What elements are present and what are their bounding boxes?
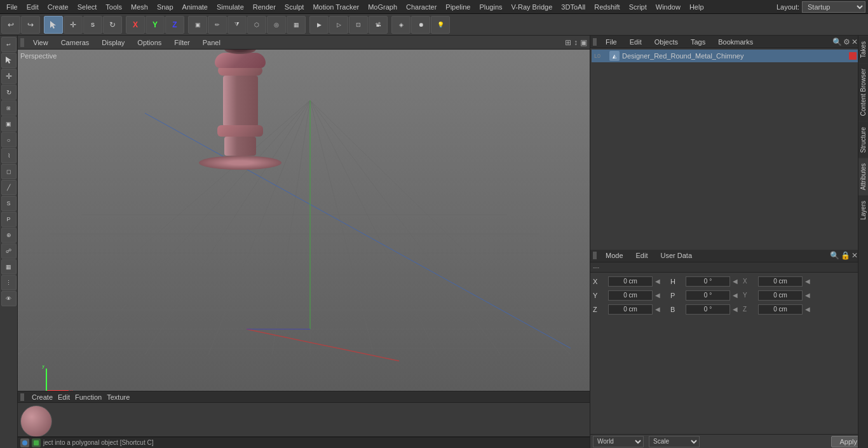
mat-texture-btn[interactable]: Texture <box>107 393 130 401</box>
left-tool-eye[interactable]: 👁 <box>1 291 17 306</box>
vp-icon-2[interactable]: ↕ <box>574 38 578 47</box>
menu-window[interactable]: Window <box>652 2 684 12</box>
undo-button[interactable]: ↩ <box>1 16 20 34</box>
move-tool-button[interactable]: ✛ <box>64 16 83 34</box>
obj-mgr-drag[interactable] <box>593 38 597 46</box>
deformer-button[interactable]: ⧩ <box>227 16 247 34</box>
effector-button[interactable]: ⬡ <box>247 16 266 34</box>
object-create-button[interactable]: ▣ <box>188 16 207 34</box>
anim-button[interactable]: ⏺ <box>411 16 430 34</box>
vp-cameras-menu[interactable]: Cameras <box>57 38 93 47</box>
left-tool-cube[interactable]: ▣ <box>1 116 17 132</box>
render-button[interactable]: ▶ <box>309 16 329 34</box>
left-tool-hook[interactable]: ☍ <box>1 243 17 259</box>
menu-snap[interactable]: Snap <box>153 2 177 12</box>
left-tool-grid[interactable]: ▦ <box>1 259 17 275</box>
attr-x-arrow[interactable]: ◀ <box>655 278 663 285</box>
vp-panel-menu[interactable]: Panel <box>199 38 224 47</box>
obj-search-icon[interactable]: 🔍 <box>832 37 842 46</box>
attr-p-input[interactable] <box>686 290 730 301</box>
attr-edit-btn[interactable]: Edit <box>632 251 652 260</box>
redo-button[interactable]: ↪ <box>21 16 40 34</box>
tab-layers[interactable]: Layers <box>858 195 868 225</box>
left-tool-sphere[interactable]: ○ <box>1 132 17 147</box>
attr-h-input[interactable] <box>686 276 730 287</box>
attr-b-input[interactable] <box>686 304 730 315</box>
menu-sculpt[interactable]: Sculpt <box>281 2 308 12</box>
vp-display-menu[interactable]: Display <box>98 38 128 47</box>
mat-create-btn[interactable]: Create <box>32 393 53 401</box>
display-mode-button[interactable]: ▦ <box>287 16 306 34</box>
vp-view-menu[interactable]: View <box>29 38 52 47</box>
attr-drag[interactable] <box>593 252 597 259</box>
scale-dropdown[interactable]: Scale <box>649 436 700 447</box>
y-axis-button[interactable]: Y <box>146 16 165 34</box>
scale-tool[interactable]: ⊞ <box>1 100 17 116</box>
menu-animate[interactable]: Animate <box>179 2 212 12</box>
mat-edit-btn[interactable]: Edit <box>58 393 70 401</box>
menu-mograph[interactable]: MoGraph <box>364 2 401 12</box>
menu-render[interactable]: Render <box>249 2 280 12</box>
boole-button[interactable]: ◎ <box>267 16 286 34</box>
render-interactive-button[interactable]: ▷ <box>329 16 348 34</box>
vp-icon-1[interactable]: ⊞ <box>565 38 571 47</box>
vp-filter-menu[interactable]: Filter <box>170 38 193 47</box>
obj-tags-btn[interactable]: Tags <box>687 37 709 46</box>
menu-character[interactable]: Character <box>402 2 440 12</box>
obj-file-btn[interactable]: File <box>602 37 621 46</box>
attr-x-input[interactable] <box>608 276 653 287</box>
vp-options-menu[interactable]: Options <box>133 38 165 47</box>
attr-size-y-arrow[interactable]: ◀ <box>805 292 813 299</box>
material-ball-chimney[interactable] <box>20 405 52 437</box>
tab-structure[interactable]: Structure <box>858 121 868 158</box>
attr-close-icon[interactable]: ✕ <box>851 251 858 260</box>
spline-button[interactable]: ✏ <box>208 16 227 34</box>
attr-size-x-input[interactable] <box>758 276 803 287</box>
menu-plugins[interactable]: Plugins <box>475 2 506 12</box>
attr-size-z-arrow[interactable]: ◀ <box>805 306 813 313</box>
mat-function-btn[interactable]: Function <box>75 393 102 401</box>
attr-size-x-arrow[interactable]: ◀ <box>805 278 813 285</box>
obj-settings-icon[interactable]: ⚙ <box>843 37 850 46</box>
selection-tool-button[interactable] <box>44 16 63 34</box>
tab-takes[interactable]: Takes <box>858 36 868 63</box>
attr-z-arrow[interactable]: ◀ <box>655 306 663 313</box>
left-tool-1[interactable]: ↩ <box>1 37 17 52</box>
obj-row-chimney[interactable]: L0 ◭ Designer_Red_Round_Metal_Chimney <box>592 50 867 62</box>
menu-motion-tracker[interactable]: Motion Tracker <box>309 2 363 12</box>
3d-viewport[interactable]: Perspective Grid Spacing : 100 cm x y z <box>18 50 590 417</box>
menu-mesh[interactable]: Mesh <box>127 2 152 12</box>
light-button[interactable]: 💡 <box>431 16 450 34</box>
menu-script[interactable]: Script <box>625 2 651 12</box>
obj-close-icon[interactable]: ✕ <box>851 37 858 46</box>
vp-drag-handle[interactable] <box>20 38 24 47</box>
left-tool-bezier[interactable]: ⌇ <box>1 148 17 163</box>
z-axis-button[interactable]: Z <box>165 16 184 34</box>
attr-z-input[interactable] <box>608 304 653 315</box>
obj-bookmarks-btn[interactable]: Bookmarks <box>714 37 757 46</box>
menu-simulate[interactable]: Simulate <box>213 2 248 12</box>
menu-select[interactable]: Select <box>74 2 101 12</box>
left-tool-dots[interactable]: ⋮ <box>1 275 17 290</box>
left-tool-paint[interactable]: P <box>1 212 17 227</box>
left-tool-snap[interactable]: ⊕ <box>1 227 17 243</box>
live-select-tool[interactable] <box>1 53 17 68</box>
menu-create[interactable]: Create <box>44 2 72 12</box>
rotate-tool[interactable]: ↻ <box>1 85 17 100</box>
attr-h-arrow[interactable]: ◀ <box>733 278 740 285</box>
x-axis-button[interactable]: X <box>126 16 145 34</box>
menu-3dtoall[interactable]: 3DToAll <box>557 2 589 12</box>
world-dropdown[interactable]: World <box>593 436 644 447</box>
menu-edit[interactable]: Edit <box>23 2 43 12</box>
attr-y-input[interactable] <box>608 290 653 301</box>
menu-help[interactable]: Help <box>686 2 708 12</box>
attr-search-icon[interactable]: 🔍 <box>830 251 839 260</box>
obj-edit-btn[interactable]: Edit <box>626 37 646 46</box>
attr-lock-icon[interactable]: 🔒 <box>841 251 850 260</box>
menu-redshift[interactable]: Redshift <box>590 2 623 12</box>
move-tool[interactable]: ✛ <box>1 69 17 84</box>
vp-icon-3[interactable]: ▣ <box>580 38 587 47</box>
render-to-button[interactable]: 📽 <box>369 16 388 34</box>
obj-objects-btn[interactable]: Objects <box>651 37 682 46</box>
attr-size-z-input[interactable] <box>758 304 803 315</box>
